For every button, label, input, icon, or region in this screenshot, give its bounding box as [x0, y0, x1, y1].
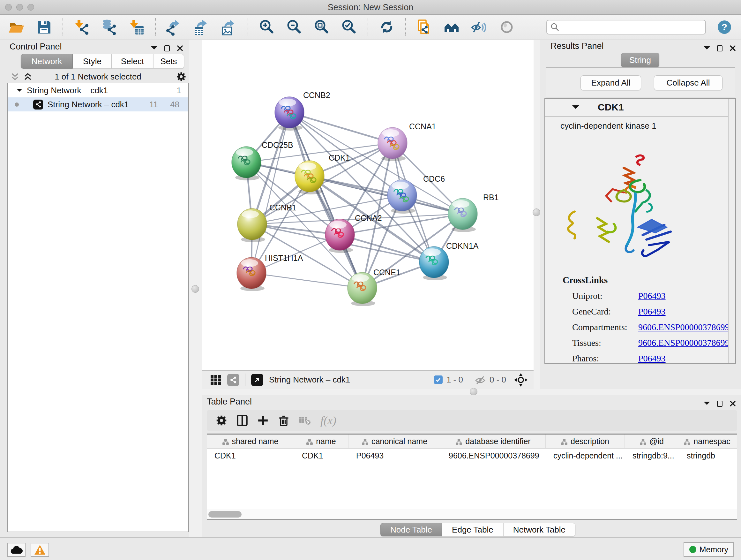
edge-count: 48: [170, 100, 179, 110]
import-table-button[interactable]: [128, 18, 145, 36]
column-header[interactable]: description: [546, 435, 625, 448]
crosslink-row: Tissues: 9606.ENSP00000378699: [545, 338, 724, 348]
hidden-eye-icon[interactable]: [475, 374, 486, 385]
expand-all-button[interactable]: Expand All: [581, 75, 641, 90]
network-row[interactable]: String Network – cdk1 11 48: [8, 98, 188, 111]
close-panel-icon[interactable]: [730, 45, 736, 51]
delete-column-icon[interactable]: [278, 415, 290, 427]
status-bar: Memory: [0, 537, 741, 560]
close-panel-icon[interactable]: [730, 400, 736, 407]
results-actions-box: Expand All Collapse All: [546, 67, 735, 98]
bottom-splitter[interactable]: [202, 389, 741, 395]
table-horizontal-scrollbar[interactable]: [207, 509, 737, 519]
zoom-out-button[interactable]: [285, 18, 303, 36]
gene-entry-header[interactable]: CDK1: [545, 99, 728, 117]
crosslink-link[interactable]: 9606.ENSP00000378699: [638, 322, 729, 332]
network-canvas[interactable]: CCNB2CCNA1CDC25BCDK1CDC6RB1CCNB1CCNA2CDK…: [202, 40, 534, 370]
tab-style[interactable]: Style: [73, 54, 112, 69]
tab-string[interactable]: String: [621, 53, 659, 67]
tab-sets[interactable]: Sets: [153, 54, 184, 69]
network-badge-icon[interactable]: [227, 374, 239, 386]
network-name: String Network – cdk1: [48, 100, 129, 110]
svg-text:CDC6: CDC6: [423, 174, 445, 183]
main-toolbar: ?: [0, 15, 741, 40]
table-options-gear-icon[interactable]: [216, 415, 227, 426]
panel-menu-icon[interactable]: [704, 46, 710, 53]
table-row[interactable]: CDK1 CDK1 P06493 9606.ENSP00000378699 cy…: [207, 449, 737, 462]
cloud-status-button[interactable]: [7, 543, 25, 557]
zoom-fit-button[interactable]: [313, 18, 331, 36]
export-table-button[interactable]: [193, 18, 211, 36]
zoom-in-button[interactable]: [258, 18, 276, 36]
warnings-button[interactable]: [30, 543, 49, 557]
collapse-entry-icon[interactable]: [572, 105, 579, 112]
network-view-title: String Network – cdk1: [269, 375, 350, 385]
float-panel-icon[interactable]: [717, 45, 723, 51]
search-input[interactable]: [560, 23, 702, 32]
selected-checkbox-icon[interactable]: [434, 375, 443, 384]
scrollbar-thumb[interactable]: [208, 511, 242, 517]
tab-edge-table[interactable]: Edge Table: [442, 523, 503, 537]
refresh-button[interactable]: [378, 18, 396, 36]
column-header[interactable]: canonical name: [348, 435, 441, 448]
add-column-icon[interactable]: [257, 415, 269, 426]
tab-node-table[interactable]: Node Table: [381, 523, 442, 537]
hide-annotations-button[interactable]: [470, 18, 488, 36]
left-splitter[interactable]: [189, 40, 202, 537]
tab-network[interactable]: Network: [21, 54, 73, 69]
collapse-all-button[interactable]: Collapse All: [654, 75, 723, 90]
function-builder-button[interactable]: f(x): [320, 414, 336, 427]
help-button[interactable]: ?: [716, 18, 733, 36]
column-header[interactable]: database identifier: [441, 435, 546, 448]
crosslink-link[interactable]: P06493: [638, 291, 666, 301]
tab-network-table[interactable]: Network Table: [503, 523, 576, 537]
fit-content-crosshair-icon[interactable]: [514, 373, 528, 387]
panel-menu-icon[interactable]: [151, 46, 157, 53]
clone-network-button[interactable]: [415, 18, 433, 36]
open-session-button[interactable]: [8, 18, 25, 36]
crosslink-row: Compartments: 9606.ENSP00000378699: [545, 322, 724, 332]
show-columns-icon[interactable]: [236, 415, 248, 427]
column-icon: [456, 438, 462, 445]
export-image-button[interactable]: [220, 18, 238, 36]
close-panel-icon[interactable]: [177, 45, 183, 51]
splitter-handle[interactable]: [470, 388, 477, 395]
column-header[interactable]: name: [294, 435, 348, 448]
splitter-handle[interactable]: [533, 208, 540, 216]
import-network-file-button[interactable]: [73, 18, 91, 36]
panel-menu-icon[interactable]: [704, 401, 710, 408]
cytoscape-window: Session: New Session: [0, 0, 741, 560]
save-floppy-icon: [36, 18, 53, 36]
birdseye-view-button[interactable]: [498, 18, 516, 36]
crosslink-link[interactable]: 9606.ENSP00000378699: [638, 338, 729, 348]
save-session-button[interactable]: [35, 18, 53, 36]
gene-description: cyclin-dependent kinase 1: [560, 121, 657, 131]
collection-expand-icon[interactable]: [17, 89, 22, 95]
open-in-window-button[interactable]: [251, 374, 263, 386]
splitter-handle[interactable]: [192, 285, 199, 293]
export-network-button[interactable]: [165, 18, 183, 36]
column-header[interactable]: namespac: [679, 435, 735, 448]
column-header[interactable]: shared name: [207, 435, 294, 448]
show-hide-graphics-button[interactable]: [443, 18, 461, 36]
tab-select[interactable]: Select: [112, 54, 153, 69]
table-panel-title: Table Panel: [207, 397, 252, 407]
toolbar-separator: [248, 18, 248, 36]
crosslink-link[interactable]: P06493: [638, 307, 666, 317]
zoom-selected-button[interactable]: [340, 18, 358, 36]
right-splitter[interactable]: [534, 40, 540, 389]
crosslink-row: Pharos: P06493: [545, 354, 724, 364]
network-collection-row[interactable]: String Network – cdk1 1: [8, 83, 188, 98]
results-scrollbar[interactable]: [728, 99, 735, 363]
network-graph[interactable]: CCNB2CCNA1CDC25BCDK1CDC6RB1CCNB1CCNA2CDK…: [202, 40, 534, 370]
delete-table-icon[interactable]: [299, 415, 312, 426]
column-icon: [222, 438, 229, 445]
crosslink-link[interactable]: P06493: [638, 354, 666, 364]
grid-view-icon[interactable]: [210, 374, 221, 386]
memory-button[interactable]: Memory: [684, 542, 734, 557]
column-header[interactable]: @id: [625, 435, 679, 448]
float-panel-icon[interactable]: [717, 401, 723, 407]
float-panel-icon[interactable]: [164, 45, 170, 51]
network-options-gear-icon[interactable]: [176, 71, 186, 82]
import-network-database-button[interactable]: [100, 18, 118, 36]
